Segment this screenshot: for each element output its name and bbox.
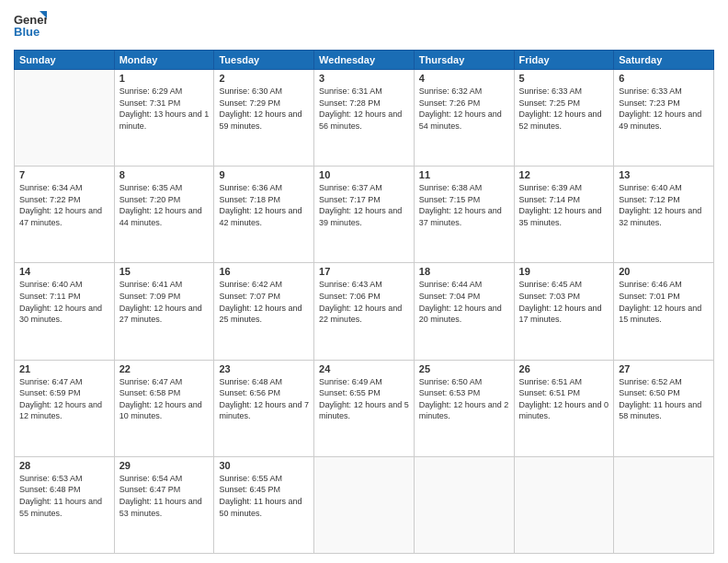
day-number: 6 — [619, 73, 709, 84]
week-row-4: 28Sunrise: 6:53 AMSunset: 6:48 PMDayligh… — [15, 456, 714, 553]
logo-svg: General Blue — [14, 9, 47, 42]
header: General Blue — [14, 9, 714, 42]
calendar-cell: 8Sunrise: 6:35 AMSunset: 7:20 PMDaylight… — [114, 167, 214, 263]
day-info: Sunrise: 6:54 AMSunset: 6:47 PMDaylight:… — [119, 473, 210, 519]
day-info: Sunrise: 6:32 AMSunset: 7:26 PMDaylight:… — [419, 86, 509, 132]
day-number: 5 — [519, 73, 609, 84]
day-number: 8 — [119, 169, 210, 180]
calendar-cell: 7Sunrise: 6:34 AMSunset: 7:22 PMDaylight… — [15, 167, 115, 263]
day-number: 19 — [519, 266, 609, 277]
day-info: Sunrise: 6:31 AMSunset: 7:28 PMDaylight:… — [319, 86, 409, 132]
day-info: Sunrise: 6:39 AMSunset: 7:14 PMDaylight:… — [519, 182, 609, 228]
day-info: Sunrise: 6:46 AMSunset: 7:01 PMDaylight:… — [619, 279, 709, 325]
day-number: 23 — [219, 363, 309, 374]
day-info: Sunrise: 6:42 AMSunset: 7:07 PMDaylight:… — [219, 279, 309, 325]
weekday-tuesday: Tuesday — [214, 51, 314, 70]
calendar-cell: 6Sunrise: 6:33 AMSunset: 7:23 PMDaylight… — [614, 70, 714, 167]
calendar-cell: 17Sunrise: 6:43 AMSunset: 7:06 PMDayligh… — [314, 263, 415, 360]
day-number: 11 — [419, 169, 509, 180]
calendar-cell: 29Sunrise: 6:54 AMSunset: 6:47 PMDayligh… — [114, 456, 214, 553]
day-number: 3 — [319, 73, 409, 84]
day-number: 7 — [19, 169, 109, 180]
day-info: Sunrise: 6:37 AMSunset: 7:17 PMDaylight:… — [319, 182, 409, 228]
day-info: Sunrise: 6:53 AMSunset: 6:48 PMDaylight:… — [19, 473, 109, 519]
calendar-cell: 28Sunrise: 6:53 AMSunset: 6:48 PMDayligh… — [15, 456, 115, 553]
day-number: 24 — [319, 363, 409, 374]
weekday-monday: Monday — [114, 51, 214, 70]
day-number: 4 — [419, 73, 509, 84]
day-info: Sunrise: 6:44 AMSunset: 7:04 PMDaylight:… — [419, 279, 509, 325]
calendar-cell: 13Sunrise: 6:40 AMSunset: 7:12 PMDayligh… — [614, 167, 714, 263]
calendar-cell — [514, 456, 614, 553]
day-info: Sunrise: 6:43 AMSunset: 7:06 PMDaylight:… — [319, 279, 409, 325]
calendar-cell: 11Sunrise: 6:38 AMSunset: 7:15 PMDayligh… — [414, 167, 514, 263]
day-number: 16 — [219, 266, 309, 277]
day-info: Sunrise: 6:47 AMSunset: 6:59 PMDaylight:… — [19, 376, 109, 422]
day-number: 18 — [419, 266, 509, 277]
day-info: Sunrise: 6:33 AMSunset: 7:23 PMDaylight:… — [619, 86, 709, 132]
day-number: 28 — [19, 460, 109, 471]
calendar-cell: 14Sunrise: 6:40 AMSunset: 7:11 PMDayligh… — [15, 263, 115, 360]
day-number: 13 — [619, 169, 709, 180]
calendar-cell — [414, 456, 514, 553]
day-number: 27 — [619, 363, 709, 374]
calendar-cell: 24Sunrise: 6:49 AMSunset: 6:55 PMDayligh… — [314, 360, 415, 456]
week-row-2: 14Sunrise: 6:40 AMSunset: 7:11 PMDayligh… — [15, 263, 714, 360]
day-info: Sunrise: 6:36 AMSunset: 7:18 PMDaylight:… — [219, 182, 309, 228]
day-number: 2 — [219, 73, 309, 84]
weekday-sunday: Sunday — [15, 51, 115, 70]
svg-text:Blue: Blue — [14, 25, 40, 39]
calendar-cell — [15, 70, 115, 167]
day-number: 9 — [219, 169, 309, 180]
day-info: Sunrise: 6:35 AMSunset: 7:20 PMDaylight:… — [119, 182, 210, 228]
day-number: 17 — [319, 266, 409, 277]
calendar-cell: 26Sunrise: 6:51 AMSunset: 6:51 PMDayligh… — [514, 360, 614, 456]
calendar-cell: 15Sunrise: 6:41 AMSunset: 7:09 PMDayligh… — [114, 263, 214, 360]
day-number: 15 — [119, 266, 210, 277]
day-info: Sunrise: 6:51 AMSunset: 6:51 PMDaylight:… — [519, 376, 609, 422]
calendar-cell: 3Sunrise: 6:31 AMSunset: 7:28 PMDaylight… — [314, 70, 415, 167]
calendar-cell — [614, 456, 714, 553]
calendar-cell: 18Sunrise: 6:44 AMSunset: 7:04 PMDayligh… — [414, 263, 514, 360]
calendar-cell: 9Sunrise: 6:36 AMSunset: 7:18 PMDaylight… — [214, 167, 314, 263]
weekday-friday: Friday — [514, 51, 614, 70]
day-info: Sunrise: 6:29 AMSunset: 7:31 PMDaylight:… — [119, 86, 210, 132]
calendar-cell: 27Sunrise: 6:52 AMSunset: 6:50 PMDayligh… — [614, 360, 714, 456]
day-info: Sunrise: 6:49 AMSunset: 6:55 PMDaylight:… — [319, 376, 409, 422]
calendar-cell: 21Sunrise: 6:47 AMSunset: 6:59 PMDayligh… — [15, 360, 115, 456]
day-info: Sunrise: 6:48 AMSunset: 6:56 PMDaylight:… — [219, 376, 309, 422]
day-info: Sunrise: 6:38 AMSunset: 7:15 PMDaylight:… — [419, 182, 509, 228]
day-info: Sunrise: 6:50 AMSunset: 6:53 PMDaylight:… — [419, 376, 509, 422]
day-number: 25 — [419, 363, 509, 374]
day-number: 29 — [119, 460, 210, 471]
calendar-cell: 5Sunrise: 6:33 AMSunset: 7:25 PMDaylight… — [514, 70, 614, 167]
calendar-cell: 2Sunrise: 6:30 AMSunset: 7:29 PMDaylight… — [214, 70, 314, 167]
day-number: 20 — [619, 266, 709, 277]
day-info: Sunrise: 6:52 AMSunset: 6:50 PMDaylight:… — [619, 376, 709, 422]
calendar-cell: 20Sunrise: 6:46 AMSunset: 7:01 PMDayligh… — [614, 263, 714, 360]
day-number: 1 — [119, 73, 210, 84]
day-number: 30 — [219, 460, 309, 471]
weekday-wednesday: Wednesday — [314, 51, 415, 70]
day-number: 26 — [519, 363, 609, 374]
day-info: Sunrise: 6:40 AMSunset: 7:12 PMDaylight:… — [619, 182, 709, 228]
day-info: Sunrise: 6:34 AMSunset: 7:22 PMDaylight:… — [19, 182, 109, 228]
weekday-header-row: SundayMondayTuesdayWednesdayThursdayFrid… — [15, 51, 714, 70]
day-info: Sunrise: 6:41 AMSunset: 7:09 PMDaylight:… — [119, 279, 210, 325]
day-info: Sunrise: 6:40 AMSunset: 7:11 PMDaylight:… — [19, 279, 109, 325]
calendar-cell: 16Sunrise: 6:42 AMSunset: 7:07 PMDayligh… — [214, 263, 314, 360]
week-row-1: 7Sunrise: 6:34 AMSunset: 7:22 PMDaylight… — [15, 167, 714, 263]
weekday-thursday: Thursday — [414, 51, 514, 70]
day-info: Sunrise: 6:55 AMSunset: 6:45 PMDaylight:… — [219, 473, 309, 519]
day-number: 10 — [319, 169, 409, 180]
calendar-cell — [314, 456, 415, 553]
day-number: 22 — [119, 363, 210, 374]
week-row-0: 1Sunrise: 6:29 AMSunset: 7:31 PMDaylight… — [15, 70, 714, 167]
weekday-saturday: Saturday — [614, 51, 714, 70]
calendar-cell: 22Sunrise: 6:47 AMSunset: 6:58 PMDayligh… — [114, 360, 214, 456]
day-number: 14 — [19, 266, 109, 277]
logo: General Blue — [14, 9, 47, 42]
day-number: 21 — [19, 363, 109, 374]
calendar-cell: 30Sunrise: 6:55 AMSunset: 6:45 PMDayligh… — [214, 456, 314, 553]
calendar-cell: 12Sunrise: 6:39 AMSunset: 7:14 PMDayligh… — [514, 167, 614, 263]
